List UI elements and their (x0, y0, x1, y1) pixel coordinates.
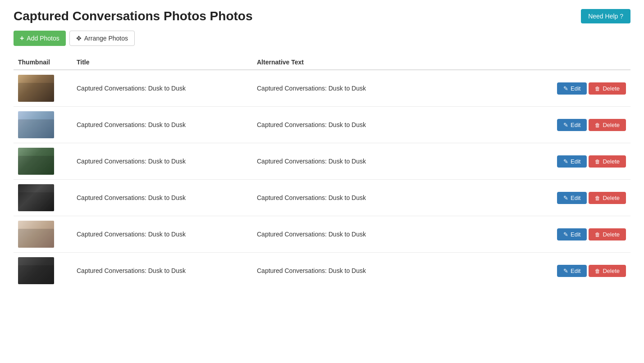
pencil-icon (563, 85, 568, 92)
add-photos-button[interactable]: Add Photos (14, 31, 66, 46)
title-cell: Captured Conversations: Dusk to Dusk (72, 216, 252, 253)
page-title: Captured Conversations Photos Photos (14, 9, 253, 23)
plus-icon (20, 34, 24, 42)
arrange-photos-label: Arrange Photos (84, 35, 128, 42)
edit-label: Edit (571, 85, 580, 92)
page-container: Captured Conversations Photos Photos Nee… (0, 0, 644, 298)
edit-button-0[interactable]: Edit (557, 82, 587, 95)
title-cell: Captured Conversations: Dusk to Dusk (72, 70, 252, 107)
thumbnail-image (18, 75, 54, 102)
edit-label: Edit (571, 122, 580, 128)
pencil-icon (563, 268, 568, 274)
thumbnail-image (18, 221, 54, 248)
actions-cell: EditDelete (549, 107, 630, 143)
title-cell: Captured Conversations: Dusk to Dusk (72, 107, 252, 143)
pencil-icon (563, 231, 568, 238)
trash-icon (595, 231, 600, 238)
thumbnail-cell (14, 143, 72, 180)
pencil-icon (563, 195, 568, 201)
edit-button-1[interactable]: Edit (557, 119, 587, 131)
edit-button-4[interactable]: Edit (557, 228, 587, 240)
delete-label: Delete (603, 85, 620, 92)
col-thumbnail: Thumbnail (14, 55, 72, 70)
delete-label: Delete (603, 231, 620, 238)
title-cell: Captured Conversations: Dusk to Dusk (72, 253, 252, 289)
trash-icon (595, 195, 600, 201)
actions-cell: EditDelete (549, 70, 630, 107)
delete-button-2[interactable]: Delete (589, 155, 626, 168)
trash-icon (595, 158, 600, 165)
alt-text-cell: Captured Conversations: Dusk to Dusk (252, 70, 549, 107)
delete-button-4[interactable]: Delete (589, 228, 626, 240)
photos-table: Thumbnail Title Alternative Text Capture… (14, 55, 630, 289)
thumbnail-cell (14, 107, 72, 143)
table-row: Captured Conversations: Dusk to DuskCapt… (14, 70, 630, 107)
title-cell: Captured Conversations: Dusk to Dusk (72, 143, 252, 180)
need-help-button[interactable]: Need Help ? (581, 9, 630, 23)
delete-button-0[interactable]: Delete (589, 82, 626, 95)
alt-text-cell: Captured Conversations: Dusk to Dusk (252, 143, 549, 180)
thumbnail-image (18, 257, 54, 284)
edit-label: Edit (571, 268, 580, 274)
thumbnail-cell (14, 70, 72, 107)
actions-cell: EditDelete (549, 216, 630, 253)
title-cell: Captured Conversations: Dusk to Dusk (72, 180, 252, 216)
add-photos-label: Add Photos (27, 35, 59, 42)
edit-label: Edit (571, 231, 580, 238)
thumbnail-image (18, 111, 54, 138)
thumbnail-cell (14, 253, 72, 289)
trash-icon (595, 122, 600, 128)
thumbnail-cell (14, 216, 72, 253)
delete-button-5[interactable]: Delete (589, 265, 626, 277)
actions-cell: EditDelete (549, 253, 630, 289)
arrange-photos-button[interactable]: Arrange Photos (69, 31, 135, 46)
thumbnail-image (18, 148, 54, 175)
alt-text-cell: Captured Conversations: Dusk to Dusk (252, 107, 549, 143)
delete-label: Delete (603, 268, 620, 274)
toolbar: Add Photos Arrange Photos (14, 31, 630, 46)
alt-text-cell: Captured Conversations: Dusk to Dusk (252, 253, 549, 289)
table-header-row: Thumbnail Title Alternative Text (14, 55, 630, 70)
pencil-icon (563, 158, 568, 165)
pencil-icon (563, 122, 568, 128)
edit-button-5[interactable]: Edit (557, 265, 587, 277)
delete-button-1[interactable]: Delete (589, 119, 626, 131)
table-row: Captured Conversations: Dusk to DuskCapt… (14, 253, 630, 289)
delete-label: Delete (603, 195, 620, 201)
move-icon (76, 35, 82, 42)
thumbnail-cell (14, 180, 72, 216)
edit-button-3[interactable]: Edit (557, 192, 587, 204)
edit-button-2[interactable]: Edit (557, 155, 587, 168)
alt-text-cell: Captured Conversations: Dusk to Dusk (252, 180, 549, 216)
col-actions (549, 55, 630, 70)
delete-label: Delete (603, 122, 620, 128)
actions-cell: EditDelete (549, 180, 630, 216)
actions-cell: EditDelete (549, 143, 630, 180)
delete-button-3[interactable]: Delete (589, 192, 626, 204)
col-alt-text: Alternative Text (252, 55, 549, 70)
table-row: Captured Conversations: Dusk to DuskCapt… (14, 143, 630, 180)
table-row: Captured Conversations: Dusk to DuskCapt… (14, 216, 630, 253)
header-row: Captured Conversations Photos Photos Nee… (14, 9, 630, 23)
table-row: Captured Conversations: Dusk to DuskCapt… (14, 180, 630, 216)
table-row: Captured Conversations: Dusk to DuskCapt… (14, 107, 630, 143)
delete-label: Delete (603, 158, 620, 165)
thumbnail-image (18, 184, 54, 211)
alt-text-cell: Captured Conversations: Dusk to Dusk (252, 216, 549, 253)
trash-icon (595, 268, 600, 274)
trash-icon (595, 85, 600, 92)
edit-label: Edit (571, 195, 580, 201)
col-title: Title (72, 55, 252, 70)
edit-label: Edit (571, 158, 580, 165)
